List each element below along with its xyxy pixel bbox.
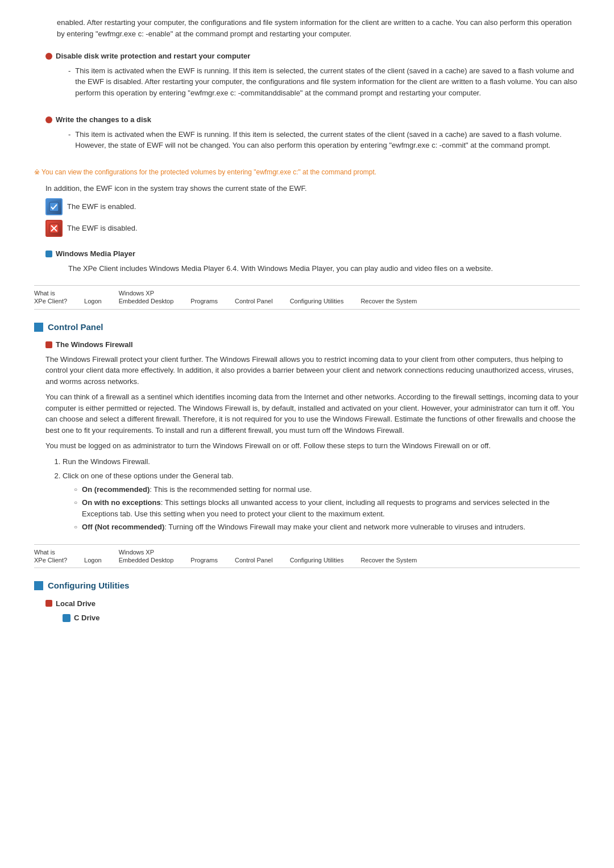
nav-what-is-2[interactable]: What is XPe Client? [34,548,67,565]
dash-2-icon: - [68,129,70,156]
nav-control-panel-label-2: Control Panel [235,556,273,564]
nav-what-is-line2-2: XPe Client? [34,556,67,564]
nav-programs-label-2: Programs [190,556,218,564]
nav-recover-2[interactable]: Recover the System [360,556,417,564]
nav-windows-xp-1[interactable]: Windows XP Embedded Desktop [119,289,174,306]
nav-bar-1: What is XPe Client? Logon Windows XP Emb… [34,285,580,310]
firewall-steps: Run the Windows Firewall. Click on one o… [63,456,580,533]
local-drive-label: Local Drive [56,598,96,610]
configuring-utilities-section: Configuring Utilities Local Drive C Driv… [34,579,580,624]
nav-recover-label-1: Recover the System [360,297,417,305]
write-changes-heading: Write the changes to a disk [45,114,580,126]
nav-what-is-line2-1: XPe Client? [34,297,67,305]
option2-label: On with no exceptions [82,498,161,507]
ewf-disabled-label: The EWF is disabled. [67,223,138,234]
ewf-tray-text: In addition, the EWF icon in the system … [45,183,580,194]
nav-logon-2[interactable]: Logon [84,556,102,564]
firewall-para2: You can think of a firewall as a sentine… [45,391,580,436]
nav-windows-xp-line2-1: Embedded Desktop [119,297,174,305]
firewall-option1: On (recommended): This is the recommende… [74,484,580,495]
local-drive-row: Local Drive C Drive [45,598,580,624]
nav-control-panel-1[interactable]: Control Panel [235,297,273,305]
control-panel-section: Control Panel The Windows Firewall The W… [34,321,580,533]
nav-windows-xp-2[interactable]: Windows XP Embedded Desktop [119,548,174,565]
option1-label: On (recommended) [82,485,150,494]
nav-what-is-1[interactable]: What is XPe Client? [34,289,67,306]
disable-disk-title: Disable disk write protection and restar… [56,51,250,62]
write-changes-body-row: - This item is activated when the EWF is… [68,129,580,156]
nav-configuring-2[interactable]: Configuring Utilities [290,556,344,564]
disable-disk-heading: Disable disk write protection and restar… [45,51,580,62]
firewall-para1: The Windows Firewall protect your client… [45,354,580,387]
blue-bullet-icon [45,251,52,257]
intro-text: enabled. After restarting your computer,… [57,17,580,39]
write-changes-body: This item is activated when the EWF is r… [75,129,580,151]
option3-text: : Turning off the Windows Firewall may m… [164,523,525,531]
ewf-enabled-row: The EWF is enabled. [45,198,580,215]
red-bullet-firewall-icon [45,341,52,348]
nav-logon-label-2: Logon [84,556,102,564]
nav-programs-1[interactable]: Programs [190,297,218,305]
nav-logon-1[interactable]: Logon [84,297,102,305]
intro-paragraph: enabled. After restarting your computer,… [57,17,580,39]
firewall-step2: Click on one of these options under the … [63,470,580,533]
orange-bullet-icon [45,53,52,60]
orange-bullet-2-icon [45,116,52,123]
nav-what-is-line1-1: What is [34,289,67,297]
local-drive-heading: Local Drive [45,598,580,610]
control-panel-title: Control Panel [48,321,103,334]
option1-text: : This is the recommended setting for no… [150,485,312,494]
c-drive-icon [63,614,70,622]
option3-label: Off (Not recommended) [82,523,164,531]
ewf-disabled-icon [45,220,63,237]
nav-logon-label-1: Logon [84,297,102,305]
nav-configuring-label-2: Configuring Utilities [290,556,344,564]
c-drive-label: C Drive [74,612,100,624]
nav-configuring-label-1: Configuring Utilities [290,297,344,305]
nav-configuring-1[interactable]: Configuring Utilities [290,297,344,305]
write-changes-section: Write the changes to a disk - This item … [45,114,580,156]
nav-windows-xp-line2-2: Embedded Desktop [119,556,174,564]
ewf-note-text: ※ You can view the configurations for th… [34,168,376,176]
disable-disk-body-row: - This item is activated when the EWF is… [68,65,580,103]
firewall-step2-text: Click on one of these options under the … [63,471,234,480]
local-drive-bullet-icon [45,600,52,607]
firewall-step1: Run the Windows Firewall. [63,456,580,468]
windows-media-body: The XPe Client includes Windows Media Pl… [68,263,580,274]
nav-control-panel-2[interactable]: Control Panel [235,556,273,564]
firewall-para3: You must be logged on as administrator t… [45,440,580,452]
firewall-options: On (recommended): This is the recommende… [74,484,580,533]
nav-recover-label-2: Recover the System [360,556,417,564]
nav-control-panel-label-1: Control Panel [235,297,273,305]
windows-firewall-header: The Windows Firewall [45,339,580,350]
nav-windows-xp-line1-2: Windows XP [119,548,174,556]
nav-programs-2[interactable]: Programs [190,556,218,564]
control-panel-icon [34,323,43,332]
disable-disk-section: Disable disk write protection and restar… [45,51,580,103]
ewf-enabled-label: The EWF is enabled. [67,201,136,212]
dash-icon: - [68,65,70,103]
windows-media-section: Windows Media Player The XPe Client incl… [45,248,580,274]
firewall-body: The Windows Firewall protect your client… [45,354,580,533]
nav-recover-1[interactable]: Recover the System [360,297,417,305]
windows-media-heading: Windows Media Player [45,248,580,260]
ewf-enabled-icon [45,198,63,215]
windows-media-title: Windows Media Player [56,248,135,260]
configuring-utilities-icon [34,581,43,590]
ewf-tray-section: In addition, the EWF icon in the system … [45,183,580,237]
firewall-step1-text: Run the Windows Firewall. [63,457,150,466]
windows-firewall-title: The Windows Firewall [56,339,133,350]
configuring-utilities-title: Configuring Utilities [48,579,129,592]
c-drive-row: C Drive [63,612,580,624]
ewf-disabled-row: The EWF is disabled. [45,220,580,237]
disable-disk-body: This item is activated when the EWF is r… [75,65,580,99]
nav-what-is-line1-2: What is [34,548,67,556]
nav-programs-label-1: Programs [190,297,218,305]
ewf-note: ※ You can view the configurations for th… [34,167,580,177]
nav-windows-xp-line1-1: Windows XP [119,289,174,297]
write-changes-title: Write the changes to a disk [56,114,151,126]
control-panel-header: Control Panel [34,321,580,334]
firewall-option2: On with no exceptions: This settings blo… [74,497,580,519]
svg-rect-0 [49,202,59,211]
configuring-utilities-header: Configuring Utilities [34,579,580,592]
